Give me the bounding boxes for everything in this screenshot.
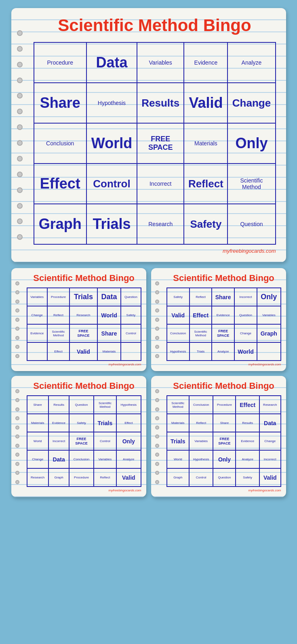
hole bbox=[155, 434, 159, 438]
hole bbox=[155, 480, 159, 484]
cell: Control bbox=[94, 432, 116, 450]
cell-data: Data bbox=[86, 42, 137, 83]
hole bbox=[17, 203, 23, 209]
hole bbox=[155, 398, 159, 402]
hole bbox=[155, 407, 159, 411]
cell-results: Results bbox=[137, 83, 184, 123]
cell: Change bbox=[234, 324, 257, 342]
cell-incorrect: Incorrect bbox=[137, 164, 184, 204]
website-url-small: myfreebingocards.com bbox=[27, 363, 141, 366]
table-row: World Incorrect FREESPACE Control Only bbox=[27, 432, 141, 450]
hole bbox=[15, 407, 19, 411]
table-row: ScientificMethod Conclusion Procedure Ef… bbox=[167, 396, 281, 414]
cell-materials: Materials bbox=[184, 123, 227, 164]
hole bbox=[155, 308, 159, 313]
cell: Valid bbox=[116, 468, 141, 487]
cell: Only bbox=[116, 432, 141, 450]
notebook-holes bbox=[155, 276, 159, 363]
cell-hypothesis: Hypothesis bbox=[86, 83, 137, 123]
website-url-small: myfreebingocards.com bbox=[166, 363, 281, 366]
cell: Data bbox=[259, 414, 281, 432]
cell: Results bbox=[48, 396, 70, 414]
main-bingo-card: Scientific Method Bingo Procedure Data V… bbox=[11, 8, 286, 262]
cell: Variables bbox=[189, 432, 213, 450]
cell: Safety bbox=[69, 414, 93, 432]
hole bbox=[155, 281, 159, 285]
cell: World bbox=[97, 306, 121, 324]
cell bbox=[257, 342, 280, 361]
card5-grid: ScientificMethod Conclusion Procedure Ef… bbox=[166, 395, 281, 487]
cell-free-space: FREESPACE bbox=[137, 123, 184, 164]
cell: Reflect bbox=[47, 306, 70, 324]
cell: Effect bbox=[116, 414, 141, 432]
table-row: Research Graph Procedure Reflect Valid bbox=[27, 468, 141, 487]
hole bbox=[17, 140, 23, 146]
cell: ScientificMethod bbox=[47, 324, 70, 342]
hole bbox=[155, 318, 159, 322]
cell-free: FREESPACE bbox=[69, 432, 93, 450]
table-row: Change Reflect Research World Safety bbox=[27, 306, 141, 324]
table-row: Graph Trials Research Safety Question bbox=[34, 204, 276, 244]
cell-safety: Safety bbox=[184, 204, 227, 244]
table-row: Change Data Conclusion Variables Analyze bbox=[27, 450, 141, 468]
cell-valid: Valid bbox=[184, 83, 227, 123]
cell: ScientificMethod bbox=[190, 324, 212, 342]
cell: Evidence bbox=[212, 306, 234, 324]
cell: Only bbox=[257, 288, 280, 306]
notebook-holes bbox=[15, 276, 19, 363]
cell: Share bbox=[27, 396, 48, 414]
notebook-holes bbox=[15, 384, 19, 489]
cell bbox=[27, 342, 47, 361]
cell: Graph bbox=[167, 468, 190, 487]
cell: Procedure bbox=[69, 468, 93, 487]
cell: World bbox=[167, 450, 190, 468]
cell: Incorrect bbox=[48, 432, 70, 450]
table-row: Share Hypothesis Results Valid Change bbox=[34, 83, 276, 123]
hole bbox=[15, 471, 19, 475]
cell: Question bbox=[234, 306, 257, 324]
hole bbox=[17, 46, 23, 52]
table-row: Effect Valid Materials bbox=[27, 342, 141, 361]
cell: Analyze bbox=[236, 450, 259, 468]
cell-reflect: Reflect bbox=[184, 164, 227, 204]
cell: World bbox=[27, 432, 48, 450]
hole bbox=[15, 398, 19, 402]
cell-free: FREESPACE bbox=[212, 324, 234, 342]
cell: Variables bbox=[94, 450, 116, 468]
cell-free: FREESPACE bbox=[213, 432, 236, 450]
card4-grid: Share Results Question ScientificMethod … bbox=[27, 395, 141, 487]
hole bbox=[15, 281, 19, 285]
card2-title: Scientific Method Bingo bbox=[27, 273, 141, 283]
hole bbox=[155, 416, 159, 420]
hole bbox=[17, 156, 23, 162]
cell bbox=[121, 342, 141, 361]
cell: Variables bbox=[257, 306, 280, 324]
hole bbox=[15, 354, 19, 358]
cell: Evidence bbox=[27, 324, 47, 342]
cell: Change bbox=[259, 432, 281, 450]
cell-question: Question bbox=[227, 204, 275, 244]
cell-effect: Effect bbox=[34, 164, 86, 204]
hole bbox=[15, 453, 19, 457]
card3-title: Scientific Method Bingo bbox=[166, 273, 281, 283]
mini-card-3: Scientific Method Bingo Safety Reflect S… bbox=[151, 268, 286, 371]
cell: Effect bbox=[47, 342, 70, 361]
table-row: Safety Reflect Share Incorrect Only bbox=[167, 288, 281, 306]
cell: Incorrect bbox=[259, 450, 281, 468]
table-row: Materials Reflect Share Results Data bbox=[167, 414, 281, 432]
cell: Evidence bbox=[48, 414, 70, 432]
hole bbox=[17, 124, 23, 130]
website-url-small: myfreebingocards.com bbox=[166, 489, 281, 492]
cell-analyze: Analyze bbox=[227, 42, 275, 83]
cell-evidence: Evidence bbox=[184, 42, 227, 83]
cell: Reflect bbox=[94, 468, 116, 487]
hole bbox=[15, 426, 19, 430]
table-row: Variables Procedure Trials Data Question bbox=[27, 288, 141, 306]
hole bbox=[15, 462, 19, 466]
main-bingo-grid: Procedure Data Variables Evidence Analyz… bbox=[34, 42, 276, 245]
hole bbox=[15, 416, 19, 420]
cell: Hypothesis bbox=[167, 342, 190, 361]
cell: Data bbox=[97, 288, 121, 306]
hole bbox=[17, 172, 23, 177]
cell: Trials bbox=[70, 288, 97, 306]
